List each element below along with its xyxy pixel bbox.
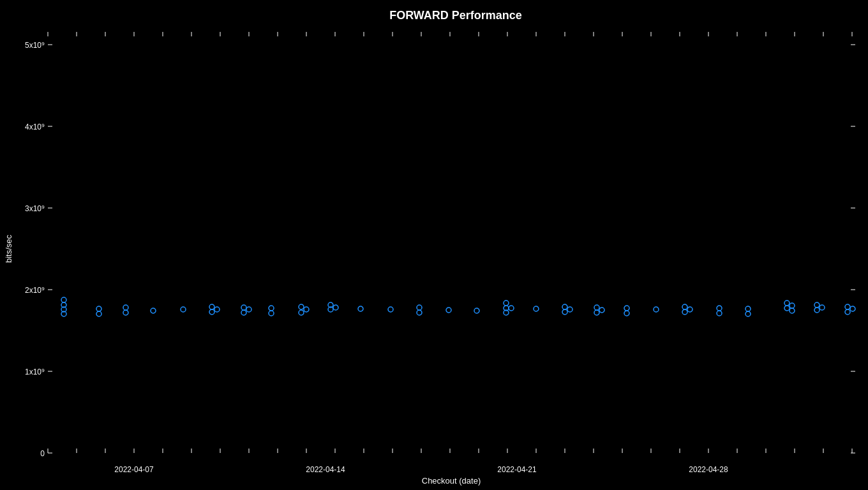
y-tick-3e9: 3x10⁹ bbox=[25, 204, 45, 213]
x-tick-apr21: 2022-04-21 bbox=[497, 465, 537, 474]
y-tick-0: 0 bbox=[40, 449, 45, 458]
y-tick-5e9: 5x10⁹ bbox=[25, 41, 45, 50]
chart-title: FORWARD Performance bbox=[389, 9, 522, 22]
x-tick-apr14: 2022-04-14 bbox=[306, 465, 345, 474]
x-axis-label: Checkout (date) bbox=[422, 476, 481, 486]
x-tick-apr28: 2022-04-28 bbox=[689, 465, 728, 474]
chart-svg: FORWARD Performance 5x10⁹ 4x10⁹ 3x10⁹ 2x… bbox=[0, 0, 868, 490]
y-tick-2e9: 2x10⁹ bbox=[25, 286, 45, 295]
y-tick-1e9: 1x10⁹ bbox=[25, 368, 45, 376]
x-tick-apr7: 2022-04-07 bbox=[114, 465, 154, 474]
y-axis-label: bits/sec bbox=[4, 234, 13, 263]
y-tick-4e9: 4x10⁹ bbox=[25, 122, 45, 131]
svg-rect-1 bbox=[48, 32, 855, 453]
chart-container: FORWARD Performance 5x10⁹ 4x10⁹ 3x10⁹ 2x… bbox=[0, 0, 868, 490]
